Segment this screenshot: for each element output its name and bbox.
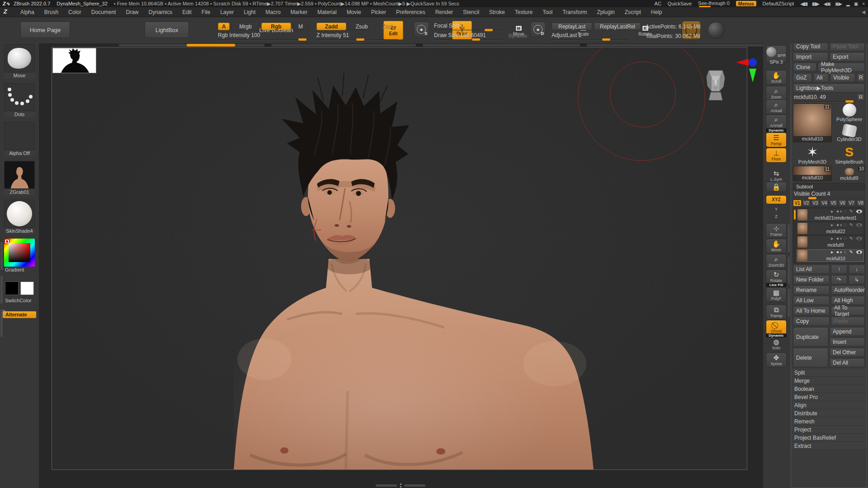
all-to-home-button[interactable]: All To Home bbox=[793, 306, 830, 315]
home-page-button[interactable]: Home Page bbox=[20, 22, 70, 38]
switch-color-button[interactable]: SwitchColor bbox=[4, 298, 35, 304]
dynamic-label[interactable]: Dynamic bbox=[509, 33, 528, 38]
menu-item[interactable]: Draw bbox=[121, 8, 143, 16]
append-button[interactable]: Append bbox=[830, 327, 865, 336]
active-tool-slider[interactable]: mckfull10. 49 R bbox=[793, 94, 865, 102]
canvas-gutter[interactable]: ▲▼ bbox=[39, 43, 763, 488]
zoom-button[interactable]: ⌕Zoom bbox=[766, 86, 787, 101]
menu-item[interactable]: Movie bbox=[342, 8, 366, 16]
delete-button[interactable]: Delete bbox=[793, 348, 828, 367]
menu-item[interactable]: Brush bbox=[39, 8, 63, 16]
floor-button[interactable]: ⊥Floor bbox=[766, 148, 787, 163]
tray-scrollbar[interactable] bbox=[0, 242, 3, 337]
rotate-3d-button[interactable]: ↻Rotate bbox=[766, 269, 787, 284]
menu-item[interactable]: Edit bbox=[177, 8, 197, 16]
tool-thumb-polymesh3d[interactable]: ✶ PolyMesh3D bbox=[793, 143, 832, 165]
aahalf-button[interactable]: ⌕AAHalf bbox=[766, 114, 787, 129]
default-zscript-button[interactable]: DefaultZScript bbox=[763, 1, 794, 6]
strip-segment[interactable] bbox=[271, 44, 416, 47]
menu-item[interactable]: Texture bbox=[510, 8, 538, 16]
ac-button[interactable]: AC bbox=[655, 1, 661, 6]
document-thumbnail[interactable] bbox=[52, 48, 96, 73]
rename-button[interactable]: Rename bbox=[793, 286, 830, 295]
move-into-folder-button[interactable]: ↳ bbox=[849, 275, 865, 284]
restore-icon[interactable]: ▣ bbox=[854, 1, 858, 6]
zoom3d-button[interactable]: ⌕Zoom3D bbox=[766, 254, 787, 269]
menu-item[interactable]: Layer bbox=[215, 8, 239, 16]
y-constraint-button[interactable]: Y bbox=[766, 206, 787, 212]
subtool-row-1[interactable]: ▸ ●◐◌ ✎ mckfull21rendertest1 bbox=[797, 208, 864, 221]
minimize-icon[interactable]: ▂ bbox=[846, 1, 849, 6]
solo-button[interactable]: ◍Solo bbox=[766, 337, 787, 351]
mrgb-button[interactable]: Mrgb bbox=[231, 23, 259, 30]
move-out-folder-button[interactable]: ↷ bbox=[831, 275, 847, 284]
ghost-button[interactable]: ⃠Ghost bbox=[766, 320, 787, 335]
goz-button[interactable]: GoZ bbox=[793, 73, 812, 82]
see-through-knob[interactable] bbox=[699, 6, 711, 7]
vtab-v1[interactable]: V1 bbox=[793, 200, 802, 206]
subpalette-section-row[interactable]: Extract bbox=[791, 442, 867, 450]
rgb-intensity-slider[interactable]: Rgb Intensity 100 bbox=[218, 32, 308, 40]
color-picker-gradient[interactable] bbox=[4, 239, 35, 267]
paste-tool-button[interactable]: Paste Tool bbox=[830, 42, 865, 51]
vtab-v2[interactable]: V2 bbox=[802, 200, 811, 206]
autoreorder-button[interactable]: AutoReorder bbox=[831, 286, 865, 295]
focal-shift-slider[interactable]: Focal Shift 0 bbox=[434, 23, 502, 30]
subtool-copy-button[interactable]: Copy bbox=[793, 317, 830, 326]
dot-stroke-icon[interactable]: ◉D bbox=[530, 22, 546, 37]
menu-item[interactable]: File bbox=[197, 8, 215, 16]
vtab-v5[interactable]: V5 bbox=[829, 200, 838, 206]
subpalette-section-row[interactable]: Boolean bbox=[791, 385, 867, 393]
current-alpha-sphere[interactable] bbox=[708, 22, 725, 39]
polyframe-button[interactable]: ▦PolyF bbox=[766, 287, 787, 302]
adjust-last-slider[interactable]: AdjustLast 1 bbox=[552, 32, 628, 40]
visibility-eye-icon[interactable] bbox=[856, 237, 862, 240]
divider-right-icon[interactable]: ▮▮▶ bbox=[812, 1, 819, 6]
actual-button[interactable]: ⌕Actual bbox=[766, 99, 787, 114]
menu-item[interactable]: Help bbox=[646, 8, 667, 16]
zsub-button[interactable]: Zsub bbox=[348, 23, 375, 30]
menu-item[interactable]: Render bbox=[430, 8, 458, 16]
goz-all-button[interactable]: All bbox=[813, 73, 829, 82]
visible-count-slider[interactable]: Visible Count 4 bbox=[793, 191, 865, 199]
del-all-button[interactable]: Del All bbox=[830, 358, 865, 367]
close-icon[interactable]: × bbox=[862, 1, 864, 6]
strip-segment[interactable] bbox=[587, 44, 763, 47]
menu-item[interactable]: Stencil bbox=[458, 8, 484, 16]
menus-toggle-button[interactable]: Menus bbox=[736, 1, 756, 6]
lightbox-button[interactable]: LightBox bbox=[145, 22, 189, 38]
all-low-button[interactable]: All Low bbox=[793, 296, 830, 305]
lightbox-tools-button[interactable]: Lightbox▶Tools bbox=[793, 84, 865, 93]
spix-slider[interactable]: SPix 3 bbox=[765, 60, 788, 65]
color-picker[interactable]: Gradient bbox=[4, 239, 35, 273]
menu-item[interactable]: Picker bbox=[366, 8, 391, 16]
visibility-eye-icon[interactable] bbox=[856, 250, 862, 254]
vtab-v8[interactable]: V8 bbox=[856, 200, 865, 206]
document-viewport[interactable] bbox=[52, 47, 747, 470]
subpalette-section-row[interactable]: Remesh bbox=[791, 418, 867, 426]
import-button[interactable]: Import bbox=[793, 52, 828, 61]
menu-item[interactable]: Color bbox=[63, 8, 86, 16]
subtool-paste-button[interactable]: Paste bbox=[831, 317, 865, 326]
tool-thumb-cylinder3d[interactable]: Cylinder3D bbox=[833, 123, 866, 142]
menu-item[interactable]: Stroke bbox=[484, 8, 510, 16]
subpalette-section-row[interactable]: Project bbox=[791, 426, 867, 434]
menu-item[interactable]: Zplugin bbox=[592, 8, 619, 16]
a-mode-button[interactable]: A bbox=[218, 23, 230, 30]
menu-collapse-icon[interactable]: ◀ bbox=[862, 9, 865, 14]
menu-item[interactable]: Tool bbox=[538, 8, 557, 16]
menu-item[interactable]: Zscript bbox=[620, 8, 646, 16]
goz-r-button[interactable]: R bbox=[857, 73, 865, 82]
persp-button[interactable]: ☰Persp bbox=[766, 132, 787, 147]
subtool-scrollbar[interactable] bbox=[794, 210, 796, 220]
divider-left-icon[interactable]: ◀▮▮ bbox=[800, 1, 807, 6]
visibility-eye-icon[interactable] bbox=[856, 210, 862, 213]
zadd-button[interactable]: Zadd bbox=[316, 23, 346, 30]
insert-button[interactable]: Insert bbox=[830, 338, 865, 347]
secondary-color-swatch[interactable] bbox=[20, 282, 34, 295]
menu-item[interactable]: Dynamics bbox=[143, 8, 177, 16]
menu-item[interactable]: Light bbox=[239, 8, 260, 16]
subpalette-section-row[interactable]: Bevel Pro bbox=[791, 393, 867, 401]
see-through-slider[interactable]: See-through 0 bbox=[698, 0, 730, 7]
z-constraint-button[interactable]: Z bbox=[766, 213, 787, 220]
